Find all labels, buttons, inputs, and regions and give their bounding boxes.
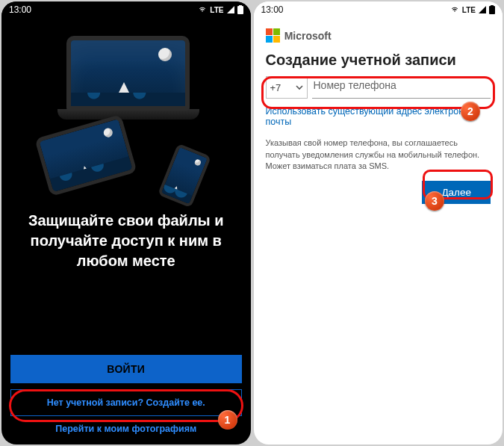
status-icons: LTE (198, 5, 243, 14)
phone-left: 13:00 LTE Защищайте с (1, 1, 251, 445)
microsoft-logo-text: Microsoft (284, 30, 332, 42)
devices-illustration (37, 36, 216, 185)
welcome-headline: Защищайте свои файлы и получайте доступ … (15, 211, 237, 271)
status-icons: LTE (450, 5, 495, 14)
status-lte: LTE (462, 6, 476, 14)
country-code-value: +7 (270, 82, 281, 93)
battery-icon (489, 5, 495, 14)
svg-rect-3 (491, 5, 494, 7)
country-code-select[interactable]: +7 (266, 76, 308, 99)
svg-rect-0 (237, 6, 243, 14)
tablet-graphic (34, 114, 137, 196)
sms-disclaimer: Указывая свой номер телефона, вы соглаша… (266, 137, 491, 172)
svg-rect-2 (489, 6, 495, 14)
create-account-button[interactable]: Нет учетной записи? Создайте ее. (10, 389, 242, 416)
chevron-down-icon (296, 84, 303, 91)
signal-icon (479, 6, 486, 13)
laptop-graphic (66, 36, 190, 126)
use-email-link[interactable]: Использовать существующий адрес электрон… (266, 106, 491, 127)
signal-icon (227, 6, 234, 13)
microsoft-logo: Microsoft (266, 28, 491, 43)
status-time: 13:00 (9, 4, 31, 15)
battery-icon (237, 5, 243, 14)
annotation-badge-2: 2 (461, 102, 480, 121)
phone-graphic (158, 143, 211, 208)
svg-rect-1 (239, 5, 242, 7)
wifi-icon (198, 6, 207, 13)
status-lte: LTE (210, 6, 223, 14)
status-bar: 13:00 LTE (1, 1, 251, 18)
sign-in-button[interactable]: ВОЙТИ (10, 355, 242, 383)
microsoft-logo-icon (266, 28, 280, 43)
page-title: Создание учетной записи (266, 52, 491, 69)
ms-create-account-screen: Microsoft Создание учетной записи +7 Ном… (254, 18, 503, 445)
phone-input-row: +7 Номер телефона (266, 76, 491, 99)
annotation-badge-1: 1 (218, 410, 237, 430)
phone-number-input[interactable]: Номер телефона (312, 76, 491, 99)
wifi-icon (450, 6, 459, 13)
annotation-badge-3: 3 (425, 191, 444, 211)
phone-right: 13:00 LTE Microsoft Создание учетной зап… (254, 1, 503, 445)
status-time: 13:00 (261, 4, 284, 15)
go-to-photos-link[interactable]: Перейти к моим фотографиям (10, 424, 242, 434)
status-bar: 13:00 LTE (254, 1, 503, 18)
onedrive-welcome-screen: Защищайте свои файлы и получайте доступ … (1, 18, 251, 445)
